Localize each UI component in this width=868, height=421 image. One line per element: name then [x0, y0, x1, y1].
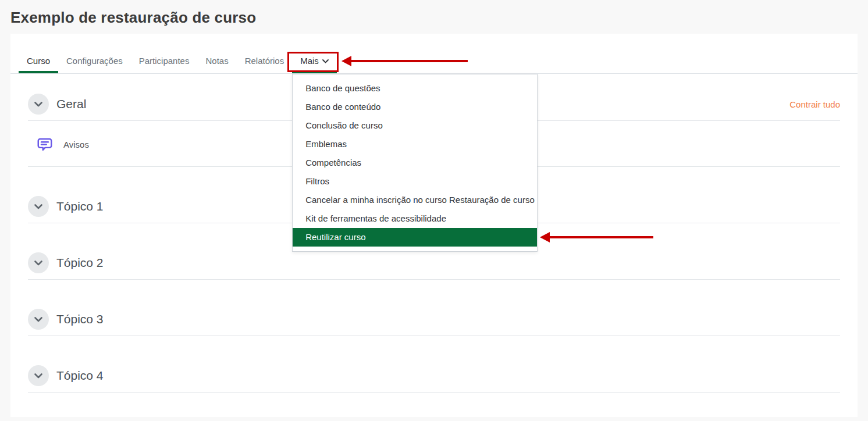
- section-divider: [28, 392, 840, 393]
- page-header: Exemplo de restauração de curso: [0, 0, 868, 34]
- menu-item-filtros[interactable]: Filtros: [293, 172, 537, 191]
- mais-dropdown-menu: Banco de questões Banco de conteúdo Conc…: [292, 74, 538, 252]
- collapse-all-link[interactable]: Contrair tudo: [789, 99, 840, 109]
- section-collapse-button[interactable]: [28, 365, 49, 386]
- section-collapse-button[interactable]: [28, 94, 49, 115]
- section-header-topico-2: Tópico 2: [28, 252, 840, 273]
- menu-item-cancelar-inscricao[interactable]: Cancelar a minha inscrição no curso Rest…: [293, 191, 537, 209]
- section-header-topico-4: Tópico 4: [28, 365, 840, 386]
- section-title-topico-2: Tópico 2: [56, 256, 104, 270]
- menu-item-banco-de-conteudo[interactable]: Banco de conteúdo: [293, 98, 537, 116]
- tab-curso[interactable]: Curso: [19, 50, 58, 73]
- chevron-down-icon: [34, 373, 42, 379]
- section-collapse-button[interactable]: [28, 196, 49, 217]
- section-collapse-button[interactable]: [28, 309, 49, 330]
- section-title-topico-3: Tópico 3: [56, 312, 104, 326]
- course-card: Curso Configurações Participantes Notas …: [10, 34, 858, 417]
- chevron-down-icon: [34, 204, 42, 209]
- menu-item-conclusao-de-curso[interactable]: Conclusão de curso: [293, 116, 537, 135]
- section-title-topico-4: Tópico 4: [56, 369, 104, 383]
- chevron-down-icon: [34, 261, 42, 266]
- menu-item-emblemas[interactable]: Emblemas: [293, 135, 537, 154]
- tab-relatorios[interactable]: Relatórios: [237, 50, 293, 73]
- menu-item-reutilizar-curso[interactable]: Reutilizar curso: [293, 228, 537, 247]
- tab-notas[interactable]: Notas: [197, 50, 236, 73]
- menu-item-kit-acessibilidade[interactable]: Kit de ferramentas de acessibilidade: [293, 209, 537, 228]
- section-divider: [28, 336, 840, 336]
- activity-label[interactable]: Avisos: [63, 140, 89, 149]
- chevron-down-icon: [34, 317, 42, 322]
- annotation-arrow-left-icon: [351, 60, 468, 62]
- course-nav-tabs: Curso Configurações Participantes Notas …: [10, 34, 858, 74]
- chevron-down-icon: [322, 59, 329, 63]
- page-title: Exemplo de restauração de curso: [10, 9, 858, 27]
- section-header-topico-3: Tópico 3: [28, 309, 840, 330]
- tab-mais-label: Mais: [300, 56, 319, 66]
- section-divider: [28, 279, 840, 280]
- section-title-geral: Geral: [56, 97, 86, 111]
- tab-mais[interactable]: Mais Banco de questões Banco de conteúdo…: [292, 50, 337, 73]
- menu-item-competencias[interactable]: Competências: [293, 154, 537, 172]
- section-title-topico-1: Tópico 1: [56, 199, 104, 213]
- tab-participantes[interactable]: Participantes: [131, 50, 198, 73]
- chevron-down-icon: [34, 102, 42, 107]
- forum-icon: [36, 135, 54, 153]
- menu-item-banco-de-questoes[interactable]: Banco de questões: [293, 79, 537, 98]
- menu-item-label: Reutilizar curso: [305, 232, 365, 242]
- section-collapse-button[interactable]: [28, 252, 49, 273]
- tab-configuracoes[interactable]: Configurações: [58, 50, 131, 73]
